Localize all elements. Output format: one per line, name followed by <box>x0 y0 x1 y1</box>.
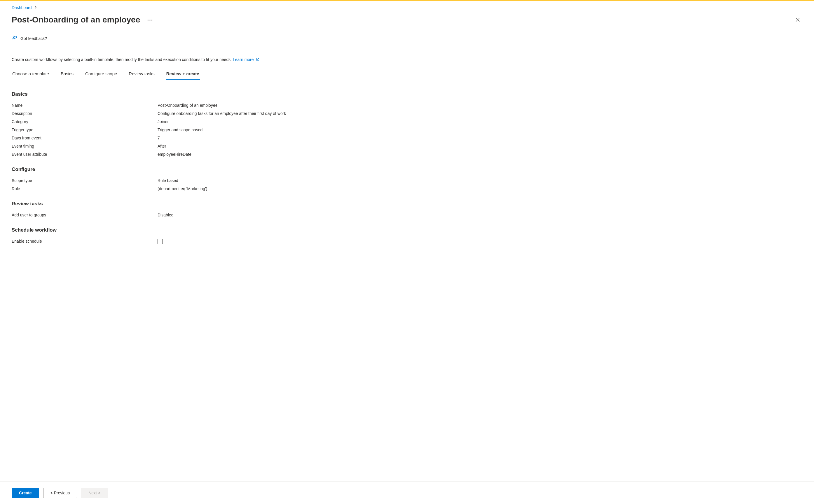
value-name: Post-Onboarding of an employee <box>158 103 217 108</box>
value-add-user: Disabled <box>158 213 173 217</box>
section-review-tasks-heading: Review tasks <box>12 201 802 207</box>
row-add-user: Add user to groups Disabled <box>12 211 802 219</box>
label-add-user: Add user to groups <box>12 213 158 217</box>
feedback-label: Got feedback? <box>20 36 47 41</box>
label-enable-schedule: Enable schedule <box>12 239 158 244</box>
section-basics-heading: Basics <box>12 91 802 97</box>
label-category: Category <box>12 119 158 124</box>
row-days-from-event: Days from event 7 <box>12 134 802 142</box>
section-schedule: Schedule workflow Enable schedule <box>12 227 802 246</box>
external-link-icon <box>256 57 259 62</box>
label-scope-type: Scope type <box>12 178 158 183</box>
label-event-user-attr: Event user attribute <box>12 152 158 157</box>
row-event-user-attr: Event user attribute employeeHireDate <box>12 150 802 158</box>
tab-choose-template[interactable]: Choose a template <box>12 69 50 80</box>
row-event-timing: Event timing After <box>12 142 802 150</box>
section-configure: Configure Scope type Rule based Rule (de… <box>12 167 802 193</box>
row-rule: Rule (department eq 'Marketing') <box>12 185 802 193</box>
value-event-timing: After <box>158 144 166 148</box>
tab-review-tasks[interactable]: Review tasks <box>128 69 155 80</box>
section-schedule-heading: Schedule workflow <box>12 227 802 233</box>
breadcrumb-dashboard-link[interactable]: Dashboard <box>12 5 32 10</box>
value-description: Configure onboarding tasks for an employ… <box>158 111 286 116</box>
value-scope-type: Rule based <box>158 178 178 183</box>
row-trigger-type: Trigger type Trigger and scope based <box>12 126 802 134</box>
enable-schedule-checkbox[interactable] <box>158 239 163 244</box>
value-days-from-event: 7 <box>158 136 160 140</box>
next-button[interactable]: Next > <box>81 488 108 498</box>
row-description: Description Configure onboarding tasks f… <box>12 109 802 118</box>
tab-review-create[interactable]: Review + create <box>166 69 200 80</box>
create-button[interactable]: Create <box>12 488 39 498</box>
more-options-button[interactable]: ⋯ <box>147 17 153 23</box>
label-rule: Rule <box>12 186 158 191</box>
previous-button[interactable]: < Previous <box>43 488 77 498</box>
row-name: Name Post-Onboarding of an employee <box>12 101 802 109</box>
breadcrumb: Dashboard <box>12 5 802 10</box>
label-name: Name <box>12 103 158 108</box>
row-enable-schedule: Enable schedule <box>12 237 802 246</box>
section-configure-heading: Configure <box>12 167 802 172</box>
row-scope-type: Scope type Rule based <box>12 176 802 185</box>
feedback-link[interactable]: Got feedback? <box>12 35 802 49</box>
label-days-from-event: Days from event <box>12 136 158 140</box>
tab-configure-scope[interactable]: Configure scope <box>85 69 118 80</box>
close-button[interactable] <box>793 15 802 25</box>
section-review-tasks: Review tasks Add user to groups Disabled <box>12 201 802 219</box>
page-title: Post-Onboarding of an employee ⋯ <box>12 15 153 25</box>
row-category: Category Joiner <box>12 118 802 126</box>
value-event-user-attr: employeeHireDate <box>158 152 191 157</box>
value-category: Joiner <box>158 119 169 124</box>
chevron-right-icon <box>34 6 37 10</box>
value-trigger-type: Trigger and scope based <box>158 127 202 132</box>
feedback-icon <box>12 35 18 42</box>
tabs: Choose a template Basics Configure scope… <box>12 69 802 80</box>
value-rule: (department eq 'Marketing') <box>158 186 207 191</box>
footer-actions: Create < Previous Next > <box>0 482 814 504</box>
intro-text: Create custom workflows by selecting a b… <box>12 57 802 62</box>
close-icon <box>795 17 800 22</box>
label-trigger-type: Trigger type <box>12 127 158 132</box>
label-event-timing: Event timing <box>12 144 158 148</box>
learn-more-link[interactable]: Learn more <box>233 57 259 62</box>
tab-basics[interactable]: Basics <box>60 69 74 80</box>
label-description: Description <box>12 111 158 116</box>
section-basics: Basics Name Post-Onboarding of an employ… <box>12 91 802 158</box>
svg-point-0 <box>13 36 15 38</box>
